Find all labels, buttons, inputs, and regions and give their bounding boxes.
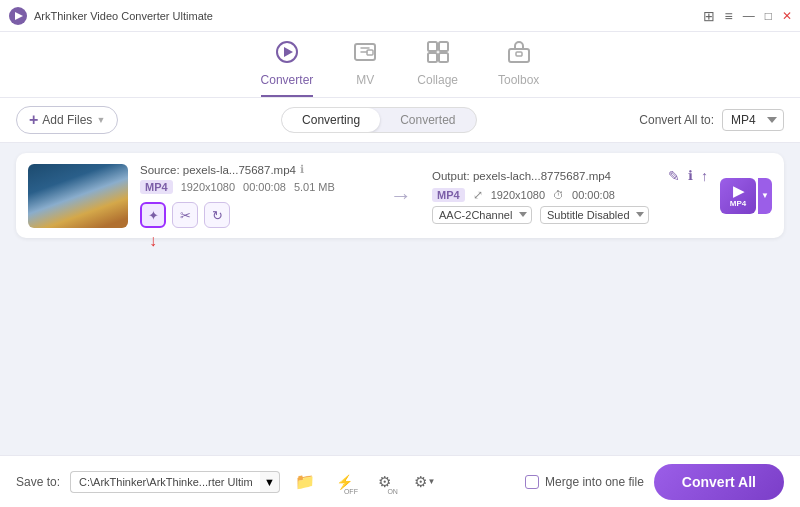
- format-icon-area: ▶ MP4 ▼: [720, 178, 772, 214]
- resize-icon: ⤢: [473, 188, 483, 202]
- tab-converter-label: Converter: [261, 73, 314, 87]
- mv-icon: [353, 40, 377, 69]
- tab-mv-label: MV: [356, 73, 374, 87]
- settings-btn-1[interactable]: ⚡ OFF: [330, 467, 360, 497]
- nav-tabs: Converter MV Collage: [0, 32, 800, 98]
- gear-sub-icon: ON: [387, 488, 398, 495]
- title-bar-minimize-btn[interactable]: —: [743, 9, 755, 23]
- file-source-info: Source: pexels-la...75687.mp4 ℹ MP4 1920…: [140, 163, 370, 228]
- source-format-badge: MP4: [140, 180, 173, 194]
- app-title: ArkThinker Video Converter Ultimate: [34, 10, 213, 22]
- add-files-dropdown-icon: ▼: [96, 115, 105, 125]
- title-bar-close-btn[interactable]: ✕: [782, 9, 792, 23]
- convert-all-to-label: Convert All to:: [639, 113, 714, 127]
- title-bar: ArkThinker Video Converter Ultimate ⊞ ≡ …: [0, 0, 800, 32]
- tab-collage-label: Collage: [417, 73, 458, 87]
- title-bar-grid-icon[interactable]: ⊞: [703, 8, 715, 24]
- save-path-dropdown-btn[interactable]: ▼: [260, 471, 280, 493]
- file-list: Source: pexels-la...75687.mp4 ℹ MP4 1920…: [0, 143, 800, 248]
- settings-btn-3[interactable]: ⚙ ▼: [410, 467, 440, 497]
- output-info-icon[interactable]: ℹ: [688, 168, 693, 184]
- converted-tab[interactable]: Converted: [380, 108, 475, 132]
- output-upload-icon[interactable]: ↑: [701, 168, 708, 184]
- source-info-icon: ℹ: [300, 163, 304, 176]
- svg-rect-7: [439, 42, 448, 51]
- app-logo-icon: [8, 6, 28, 26]
- rotate-button[interactable]: ↻: [204, 202, 230, 228]
- settings-btn-2[interactable]: ⚙ ON: [370, 467, 400, 497]
- file-source-row: Source: pexels-la...75687.mp4 ℹ: [140, 163, 370, 176]
- svg-rect-6: [428, 42, 437, 51]
- convert-direction-arrow: →: [382, 183, 420, 209]
- clock-icon: ⏱: [553, 189, 564, 201]
- add-files-button[interactable]: + Add Files ▼: [16, 106, 118, 134]
- add-files-label: Add Files: [42, 113, 92, 127]
- title-bar-controls: ⊞ ≡ — □ ✕: [703, 8, 792, 24]
- output-selects-row: AAC-2Channel AAC-Stereo Subtitle Disable…: [432, 206, 708, 224]
- red-arrow-indicator: ↓: [149, 232, 157, 250]
- tab-mv[interactable]: MV: [353, 40, 377, 97]
- gear-dropdown-arrow: ▼: [427, 477, 435, 486]
- title-bar-maximize-btn[interactable]: □: [765, 9, 772, 23]
- file-actions: ✦ ↓ ✂ ↻: [140, 202, 370, 228]
- collage-icon: [426, 40, 450, 69]
- toolbox-icon: [507, 40, 531, 69]
- settings-sub-icon: OFF: [344, 488, 358, 495]
- output-meta-row: MP4 ⤢ 1920x1080 ⏱ 00:00:08: [432, 188, 708, 202]
- format-dropdown-btn[interactable]: ▼: [758, 178, 772, 214]
- source-duration: 00:00:08: [243, 181, 286, 193]
- format-icon-box[interactable]: ▶ MP4: [720, 178, 756, 214]
- merge-label: Merge into one file: [545, 475, 644, 489]
- output-label: Output: pexels-lach...8775687.mp4: [432, 170, 611, 182]
- convert-all-format-select[interactable]: MP4 MOV AVI MKV: [722, 109, 784, 131]
- file-meta-row: MP4 1920x1080 00:00:08 5.01 MB: [140, 180, 370, 194]
- rotate-icon: ↻: [212, 208, 223, 223]
- converting-tabs: Converting Converted: [281, 107, 476, 133]
- subtitle-select[interactable]: Subtitle Disabled Subtitle Enabled: [540, 206, 649, 224]
- gear-dropdown-icon: ⚙: [414, 473, 427, 491]
- save-path-area: ▼: [70, 471, 280, 493]
- effects-button[interactable]: ✦ ↓: [140, 202, 166, 228]
- toolbar: + Add Files ▼ Converting Converted Conve…: [0, 98, 800, 143]
- effects-icon: ✦: [148, 208, 159, 223]
- svg-rect-5: [367, 50, 373, 55]
- source-size: 5.01 MB: [294, 181, 335, 193]
- convert-all-button[interactable]: Convert All: [654, 464, 784, 500]
- source-label: Source: pexels-la...75687.mp4: [140, 164, 296, 176]
- format-icon-label: MP4: [730, 199, 746, 208]
- source-resolution: 1920x1080: [181, 181, 235, 193]
- title-bar-menu-icon[interactable]: ≡: [725, 8, 733, 24]
- tab-toolbox[interactable]: Toolbox: [498, 40, 539, 97]
- save-path-input[interactable]: [70, 471, 260, 493]
- svg-rect-11: [516, 52, 522, 56]
- bottom-bar: Save to: ▼ 📁 ⚡ OFF ⚙ ON ⚙ ▼ Merge into o…: [0, 455, 800, 507]
- output-info: Output: pexels-lach...8775687.mp4 ✎ ℹ ↑ …: [432, 168, 708, 224]
- output-source-row: Output: pexels-lach...8775687.mp4 ✎ ℹ ↑: [432, 168, 708, 184]
- format-dropdown-arrow: ▼: [761, 191, 769, 200]
- trim-button[interactable]: ✂: [172, 202, 198, 228]
- open-folder-btn[interactable]: 📁: [290, 467, 320, 497]
- svg-rect-8: [428, 53, 437, 62]
- output-edit-icon[interactable]: ✎: [668, 168, 680, 184]
- plus-icon: +: [29, 111, 38, 129]
- save-to-label: Save to:: [16, 475, 60, 489]
- tab-converter[interactable]: Converter: [261, 40, 314, 97]
- converter-icon: [275, 40, 299, 69]
- converting-tab[interactable]: Converting: [282, 108, 380, 132]
- merge-area: Merge into one file: [525, 475, 644, 489]
- format-play-icon: ▶: [733, 183, 744, 199]
- file-item: Source: pexels-la...75687.mp4 ℹ MP4 1920…: [16, 153, 784, 238]
- audio-channel-select[interactable]: AAC-2Channel AAC-Stereo: [432, 206, 532, 224]
- output-format-badge: MP4: [432, 188, 465, 202]
- svg-rect-9: [439, 53, 448, 62]
- svg-marker-3: [284, 47, 293, 57]
- file-thumbnail: [28, 164, 128, 228]
- folder-icon: 📁: [295, 472, 315, 491]
- thumb-inner: [28, 164, 128, 228]
- scissors-icon: ✂: [180, 208, 191, 223]
- output-action-icons: ✎ ℹ ↑: [668, 168, 708, 184]
- merge-checkbox[interactable]: [525, 475, 539, 489]
- output-resolution: 1920x1080: [491, 189, 545, 201]
- tab-collage[interactable]: Collage: [417, 40, 458, 97]
- output-duration: 00:00:08: [572, 189, 615, 201]
